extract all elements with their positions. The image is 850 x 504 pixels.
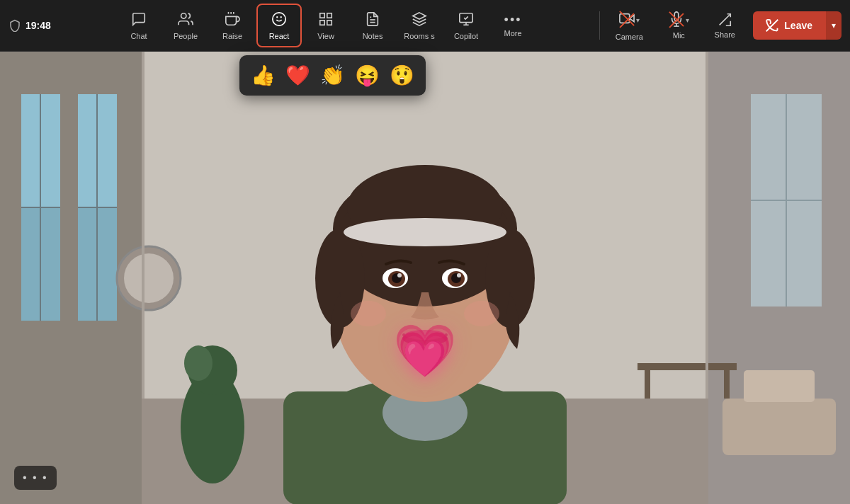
copilot-label: Copilot [454,32,478,40]
copilot-icon [458,11,474,29]
svg-point-4 [273,12,285,25]
camera-label: Camera [616,33,643,41]
svg-rect-43 [645,370,650,399]
camera-button[interactable]: ▾ Camera [604,11,654,41]
raise-icon [225,11,240,29]
svg-rect-44 [724,370,730,399]
svg-point-0 [181,13,186,18]
mic-button[interactable]: ▾ Mic [654,11,703,40]
view-icon [318,11,334,29]
svg-point-38 [124,253,174,303]
svg-rect-42 [638,363,737,370]
nav-item-rooms[interactable]: Rooms s [397,4,442,47]
nav-item-notes[interactable]: Notes [350,4,395,47]
heart-reaction: 💗 [393,321,457,381]
view-label: View [317,32,334,40]
people-icon [178,11,193,29]
notes-icon [365,11,380,29]
svg-rect-46 [744,370,815,402]
rooms-label: Rooms s [404,32,434,40]
svg-rect-47 [142,52,144,399]
share-label: Share [715,30,735,39]
more-icon: ••• [504,13,522,26]
svg-rect-8 [327,13,332,17]
share-button[interactable]: Share [703,12,746,39]
heart-emoji: 💗 [393,322,457,379]
time-area: 19:48 [8,19,51,32]
leave-button[interactable]: Leave [753,11,825,40]
leave-button-group: Leave ▾ [753,11,842,40]
nav-items-group: Chat People [57,4,595,47]
svg-point-67 [457,273,461,277]
svg-rect-48 [706,52,708,399]
mic-icon-row: ▾ [669,11,689,28]
more-label: More [504,29,522,38]
emoji-heart[interactable]: ❤️ [285,64,310,87]
mic-chevron-icon[interactable]: ▾ [686,16,689,24]
scene-background [0,52,850,504]
svg-rect-45 [722,399,836,455]
topbar: 19:48 Chat People [0,0,850,52]
share-icon [717,12,732,28]
svg-point-70 [351,301,386,326]
clock-display: 19:48 [26,20,51,31]
nav-item-chat[interactable]: Chat [116,4,162,47]
svg-rect-7 [320,13,324,17]
notes-label: Notes [363,32,383,40]
svg-marker-14 [629,15,633,21]
svg-point-66 [397,273,402,277]
raise-label: Raise [222,32,242,40]
chat-icon [131,11,147,29]
emoji-thumbsup[interactable]: 👍 [251,64,276,87]
svg-point-41 [184,345,212,381]
camera-chevron-icon[interactable]: ▾ [636,16,640,24]
nav-item-people[interactable]: People [163,4,208,47]
svg-point-59 [344,218,506,246]
phone-icon [766,19,778,32]
nav-item-view[interactable]: View [303,4,348,47]
nav-item-copilot[interactable]: Copilot [443,4,489,47]
people-label: People [174,32,198,40]
options-badge[interactable]: • • • [14,466,57,490]
camera-icon-row: ▾ [619,11,640,30]
leave-chevron-button[interactable]: ▾ [825,11,842,40]
options-dots: • • • [23,471,48,484]
react-popup: 👍 ❤️ 👏 😝 😲 [239,55,426,96]
camera-icon [619,11,635,30]
svg-line-20 [720,14,731,25]
react-icon [271,11,287,29]
emoji-laughing[interactable]: 😝 [355,64,380,87]
mic-label: Mic [673,31,685,40]
shield-icon [8,19,21,32]
chat-label: Chat [130,32,147,40]
video-area: 💗 • • • [0,52,850,504]
svg-point-71 [464,301,499,326]
topbar-divider [599,11,600,40]
leave-label: Leave [784,20,812,31]
react-label: React [269,32,290,40]
nav-item-raise[interactable]: Raise [210,4,255,47]
svg-rect-10 [320,20,324,24]
mic-icon [669,11,684,28]
nav-item-more[interactable]: ••• More [490,4,536,47]
emoji-surprised[interactable]: 😲 [390,64,414,87]
rooms-icon [412,11,427,29]
emoji-clap[interactable]: 👏 [320,64,345,87]
nav-item-react[interactable]: React [256,4,302,47]
svg-rect-9 [327,20,332,24]
